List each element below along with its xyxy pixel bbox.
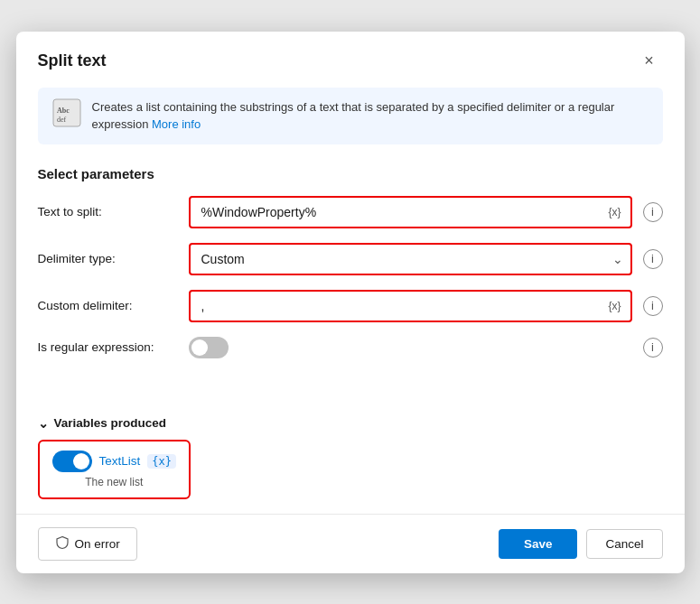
custom-delimiter-info-button[interactable]: i <box>643 296 663 316</box>
footer-right: Save Cancel <box>499 529 663 559</box>
variable-name: TextList <box>99 454 141 468</box>
text-to-split-input[interactable] <box>189 196 632 228</box>
variable-card: TextList {x} The new list <box>38 440 191 499</box>
split-text-dialog: Split text × Abc def Creates a list cont… <box>16 32 685 573</box>
info-icon-4: i <box>651 340 654 354</box>
svg-text:def: def <box>57 116 67 124</box>
shield-icon <box>55 535 70 553</box>
is-regex-label: Is regular expression: <box>38 340 178 354</box>
abc-icon: Abc def <box>52 98 81 127</box>
info-icon-3: i <box>651 299 654 312</box>
banner-text: Creates a list containing the substrings… <box>92 98 649 134</box>
toggle-knob <box>191 339 208 356</box>
on-error-button[interactable]: On error <box>38 527 137 561</box>
variable-toggle[interactable] <box>52 451 92 472</box>
text-to-split-control: {x} <box>189 196 632 228</box>
variables-title: Variables produced <box>54 416 167 430</box>
is-regex-toggle[interactable] <box>189 337 229 358</box>
variable-description: The new list <box>85 476 143 488</box>
var-toggle-knob <box>73 453 89 469</box>
is-regex-row: Is regular expression: i <box>38 337 663 358</box>
text-to-split-label: Text to split: <box>38 205 178 218</box>
text-to-split-var-button[interactable]: {x} <box>604 204 624 220</box>
more-info-link[interactable]: More info <box>152 117 201 131</box>
on-error-label: On error <box>75 537 120 551</box>
delimiter-type-select[interactable]: Custom Standard Regular expression <box>189 243 632 275</box>
custom-delimiter-label: Custom delimiter: <box>38 299 178 312</box>
section-title: Select parameters <box>16 159 685 196</box>
dialog-header: Split text × <box>16 32 685 88</box>
dialog-footer: On error Save Cancel <box>16 514 685 573</box>
info-banner: Abc def Creates a list containing the su… <box>38 88 663 144</box>
variables-section: ⌄ Variables produced TextList {x} The ne… <box>16 416 685 499</box>
info-icon-2: i <box>651 252 654 265</box>
custom-delimiter-row: Custom delimiter: {x} i <box>38 290 663 322</box>
dialog-title: Split text <box>38 51 107 70</box>
close-button[interactable]: × <box>636 48 663 75</box>
delimiter-type-info-button[interactable]: i <box>643 249 663 269</box>
delimiter-type-control: Custom Standard Regular expression ⌄ <box>189 243 632 275</box>
cancel-button[interactable]: Cancel <box>586 529 662 559</box>
custom-delimiter-control: {x} <box>189 290 632 322</box>
is-regex-info-button[interactable]: i <box>643 338 663 358</box>
variables-header[interactable]: ⌄ Variables produced <box>38 416 663 431</box>
text-to-split-info-button[interactable]: i <box>643 202 663 222</box>
variable-badge: {x} <box>147 454 176 469</box>
variable-card-top: TextList {x} <box>52 451 176 472</box>
info-icon: i <box>651 205 654 218</box>
variables-chevron-icon: ⌄ <box>38 416 49 431</box>
custom-delimiter-var-button[interactable]: {x} <box>604 298 624 314</box>
delimiter-type-label: Delimiter type: <box>38 252 178 265</box>
svg-text:Abc: Abc <box>57 107 70 115</box>
text-to-split-row: Text to split: {x} i <box>38 196 663 228</box>
save-button[interactable]: Save <box>499 529 578 559</box>
custom-delimiter-input[interactable] <box>189 290 632 322</box>
delimiter-type-row: Delimiter type: Custom Standard Regular … <box>38 243 663 275</box>
params-section: Text to split: {x} i Delimiter type: Cus… <box>16 196 685 416</box>
